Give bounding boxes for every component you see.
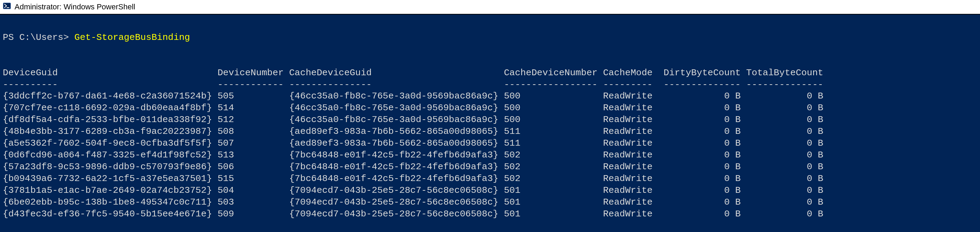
window-titlebar[interactable]: Administrator: Windows PowerShell [0, 0, 980, 14]
table-row: {57a23df8-9c53-9896-ddb9-c570793f9e86} 5… [3, 161, 977, 173]
table-row: {3781b1a5-e1ac-b7ae-2649-02a74cb23752} 5… [3, 185, 977, 197]
table-row: {df8df5a4-cdfa-2533-bfbe-011dea338f92} 5… [3, 114, 977, 126]
command-text: Get-StorageBusBinding [75, 32, 190, 43]
table-row: {6be02ebb-b95c-138b-1be8-495347c0c711} 5… [3, 197, 977, 208]
table-row: {48b4e3bb-3177-6289-cb3a-f9ac20223987} 5… [3, 126, 977, 138]
table-row: {a5e5362f-7602-504f-9ec8-0cfba3df5f5f} 5… [3, 138, 977, 149]
powershell-icon [3, 2, 14, 12]
prompt-line: PS C:\Users> Get-StorageBusBinding [3, 32, 190, 43]
table-row: {0d6fcd96-a064-f487-3325-ef4d1f98fc52} 5… [3, 149, 977, 161]
table-row: {b09439a6-7732-6a22-1cf5-a37e5ea37501} 5… [3, 173, 977, 185]
table-row: {707cf7ee-c118-6692-029a-db60eaa4f8bf} 5… [3, 102, 977, 114]
table-dash-row: ---------- ------------ --------------- … [3, 79, 977, 91]
window-title: Administrator: Windows PowerShell [14, 2, 135, 11]
table-header-row: DeviceGuid DeviceNumber CacheDeviceGuid … [3, 67, 977, 79]
terminal-body[interactable]: PS C:\Users> Get-StorageBusBinding Devic… [0, 14, 980, 222]
prompt-text: PS C:\Users> [3, 32, 69, 43]
table-row: {d43fec3d-ef36-7fc5-9540-5b15ee4e671e} 5… [3, 208, 977, 220]
table-row: {3ddcff2c-b767-da61-4e68-c2a36071524b} 5… [3, 91, 977, 102]
